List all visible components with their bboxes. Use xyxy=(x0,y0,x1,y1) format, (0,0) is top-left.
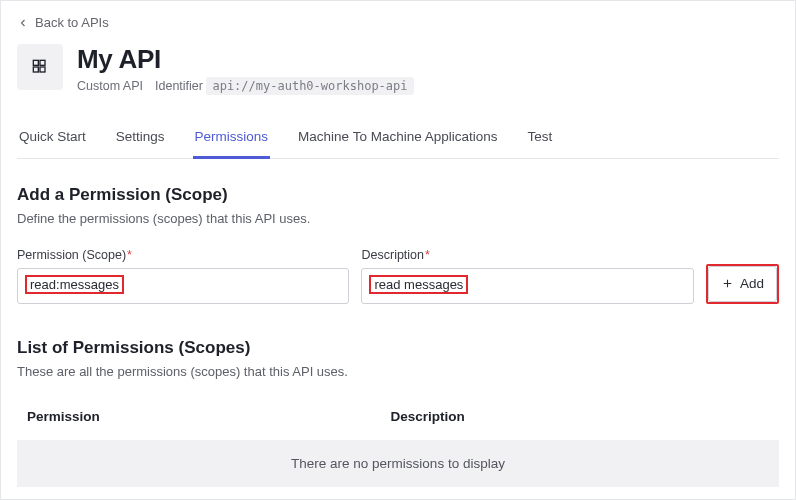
identifier-label: Identifier xyxy=(155,79,203,93)
col-description: Description xyxy=(391,409,769,424)
svg-rect-2 xyxy=(33,67,38,72)
svg-rect-3 xyxy=(40,67,45,72)
tab-settings[interactable]: Settings xyxy=(114,119,167,159)
description-input[interactable] xyxy=(361,268,693,304)
permission-input[interactable] xyxy=(17,268,349,304)
identifier-value: api://my-auth0-workshop-api xyxy=(206,77,413,95)
arrow-left-icon xyxy=(17,17,29,29)
list-permissions-title: List of Permissions (Scopes) xyxy=(17,338,779,358)
permissions-empty-state: There are no permissions to display xyxy=(17,440,779,487)
page-title: My API xyxy=(77,44,414,75)
add-permission-desc: Define the permissions (scopes) that thi… xyxy=(17,211,779,226)
add-permission-title: Add a Permission (Scope) xyxy=(17,185,779,205)
permission-label: Permission (Scope)* xyxy=(17,248,349,262)
plus-icon xyxy=(721,277,734,290)
tab-permissions[interactable]: Permissions xyxy=(193,119,271,159)
tab-m2m-apps[interactable]: Machine To Machine Applications xyxy=(296,119,499,159)
api-type-label: Custom API xyxy=(77,79,143,93)
col-permission: Permission xyxy=(27,409,391,424)
add-button[interactable]: Add xyxy=(708,266,777,302)
add-button-label: Add xyxy=(740,276,764,291)
list-permissions-desc: These are all the permissions (scopes) t… xyxy=(17,364,779,379)
description-label: Description* xyxy=(361,248,693,262)
api-cube-icon xyxy=(30,57,50,77)
tab-test[interactable]: Test xyxy=(525,119,554,159)
tabs: Quick Start Settings Permissions Machine… xyxy=(17,119,779,159)
svg-rect-0 xyxy=(33,60,38,65)
api-icon-box xyxy=(17,44,63,90)
back-to-apis-link[interactable]: Back to APIs xyxy=(17,15,109,30)
permissions-table-header: Permission Description xyxy=(17,399,779,434)
api-header: My API Custom API Identifier api://my-au… xyxy=(17,44,779,93)
back-label: Back to APIs xyxy=(35,15,109,30)
add-permission-form: Permission (Scope)* read:messages Descri… xyxy=(17,248,779,304)
add-button-highlight: Add xyxy=(706,264,779,304)
tab-quick-start[interactable]: Quick Start xyxy=(17,119,88,159)
svg-rect-1 xyxy=(40,60,45,65)
